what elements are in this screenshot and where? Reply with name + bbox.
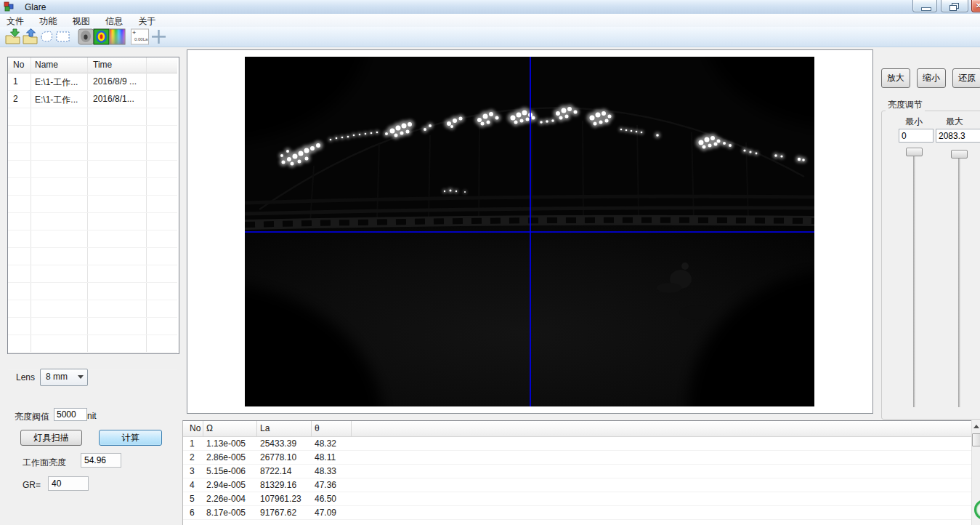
app-icon xyxy=(4,1,14,12)
results-row[interactable]: 68.17e-00591767.6247.09 xyxy=(183,506,972,520)
arrow-up-icon xyxy=(973,425,979,428)
gr-label: GR= xyxy=(23,480,41,490)
window-title: Glare xyxy=(25,2,46,12)
results-col-theta[interactable]: θ xyxy=(315,423,320,433)
results-header: No Ω La θ xyxy=(183,421,972,437)
file-list-row[interactable]: 1E:\1-工作...2016/8/9 ... xyxy=(8,73,177,91)
results-row[interactable]: 22.86e-00526778.1048.11 xyxy=(183,451,972,465)
file-list-row[interactable]: 2E:\1-工作...2016/8/1... xyxy=(8,91,177,108)
scroll-up-button[interactable] xyxy=(972,422,980,432)
file-list-row xyxy=(8,143,177,161)
svg-text:+: + xyxy=(132,29,136,36)
min-slider-track[interactable] xyxy=(913,154,915,407)
calculate-button[interactable]: 计算 xyxy=(99,430,162,446)
file-list-body: 1E:\1-工作...2016/8/9 ...2E:\1-工作...2016/8… xyxy=(8,73,177,370)
min-brightness-input[interactable] xyxy=(899,129,934,143)
threshold-input[interactable] xyxy=(54,408,87,421)
zoom-out-button[interactable]: 缩小 xyxy=(917,68,946,88)
threshold-label: 亮度阀值 xyxy=(15,411,49,423)
min-slider-handle[interactable] xyxy=(906,148,923,156)
file-list-row xyxy=(8,196,177,213)
menu-item-file[interactable]: 文件 xyxy=(0,14,31,27)
file-list-row xyxy=(8,353,177,370)
minimize-button[interactable] xyxy=(912,0,937,12)
menu-item-info[interactable]: 信息 xyxy=(99,14,129,27)
results-row[interactable]: 42.94e-00581329.1647.36 xyxy=(183,478,972,492)
file-list-row xyxy=(8,335,177,353)
file-list-row xyxy=(8,300,177,318)
brightness-title: 亮度调节 xyxy=(886,99,925,111)
title-bar: Glare xyxy=(0,0,980,15)
file-list-row xyxy=(8,265,177,283)
file-list-col-name[interactable]: Name xyxy=(35,60,58,70)
value-overlay-icon[interactable]: + 0.00La xyxy=(131,28,149,45)
freeform-select-icon[interactable] xyxy=(39,28,55,45)
menu-bar: 文件 功能 视图 信息 关于 xyxy=(0,14,980,27)
export-image-icon[interactable] xyxy=(22,28,39,45)
import-image-icon[interactable] xyxy=(4,28,21,45)
file-list-header: No Name Time xyxy=(8,57,177,73)
results-row[interactable]: 35.15e-0068722.1448.33 xyxy=(183,465,972,478)
rect-select-icon[interactable] xyxy=(54,28,71,45)
file-list-col-no[interactable]: No xyxy=(13,60,24,70)
results-col-omega[interactable]: Ω xyxy=(206,423,213,433)
results-table-body: 11.13e-00525433.3948.3222.86e-00526778.1… xyxy=(183,437,972,525)
crosshair-icon[interactable] xyxy=(150,28,167,45)
chevron-down-icon xyxy=(78,375,84,379)
file-list-row xyxy=(8,161,177,178)
threshold-unit: nit xyxy=(87,411,97,421)
close-button[interactable]: ✕ xyxy=(971,0,980,12)
min-label: 最小 xyxy=(905,116,923,128)
toolbar: + 0.00La xyxy=(0,27,980,47)
lens-selected-value: 8 mm xyxy=(46,372,68,382)
restore-button[interactable] xyxy=(941,0,968,12)
svg-text:0.00La: 0.00La xyxy=(134,37,148,41)
menu-item-view[interactable]: 视图 xyxy=(66,14,97,27)
results-col-no[interactable]: No xyxy=(190,423,201,433)
file-list-row xyxy=(8,178,177,196)
file-list-col-time[interactable]: Time xyxy=(93,60,112,70)
lamp-scan-button[interactable]: 灯具扫描 xyxy=(20,430,82,446)
scrollbar-thumb[interactable] xyxy=(972,433,980,446)
lens-label: Lens xyxy=(16,372,35,382)
work-surface-label: 工作面亮度 xyxy=(23,457,66,469)
file-list-row xyxy=(8,108,177,126)
gr-value[interactable] xyxy=(48,476,89,491)
results-row[interactable]: 11.13e-00525433.3948.32 xyxy=(183,437,972,451)
file-list-row xyxy=(8,213,177,231)
file-list-row xyxy=(8,126,177,143)
zoom-in-button[interactable]: 放大 xyxy=(881,68,910,88)
file-list-row xyxy=(8,318,177,335)
file-list-row xyxy=(8,283,177,300)
close-icon: ✕ xyxy=(976,1,980,9)
file-list-row xyxy=(8,231,177,248)
pseudocolor-view-icon[interactable] xyxy=(93,28,110,45)
max-label: 最大 xyxy=(946,116,963,128)
results-row[interactable]: 52.26e-004107961.2346.50 xyxy=(183,492,972,506)
results-table: No Ω La θ 11.13e-00525433.3948.3222.86e-… xyxy=(182,420,980,525)
colormap-icon[interactable] xyxy=(109,28,126,45)
max-brightness-input[interactable] xyxy=(936,129,980,143)
file-list-row xyxy=(8,248,177,265)
results-col-la[interactable]: La xyxy=(260,423,270,433)
max-slider-handle[interactable] xyxy=(951,150,968,159)
work-surface-value[interactable] xyxy=(81,453,121,468)
file-list-panel: No Name Time 1E:\1-工作...2016/8/9 ...2E:\… xyxy=(7,57,179,354)
reset-view-button[interactable]: 还原 xyxy=(952,68,980,88)
minimize-icon xyxy=(921,7,931,11)
max-slider-track[interactable] xyxy=(958,154,960,407)
photo-canvas[interactable] xyxy=(245,57,814,406)
lens-select[interactable]: 8 mm xyxy=(40,369,88,386)
grayscale-view-icon[interactable] xyxy=(78,28,94,45)
menu-item-function[interactable]: 功能 xyxy=(33,14,63,27)
results-row xyxy=(183,520,972,525)
menu-item-about[interactable]: 关于 xyxy=(131,14,162,27)
